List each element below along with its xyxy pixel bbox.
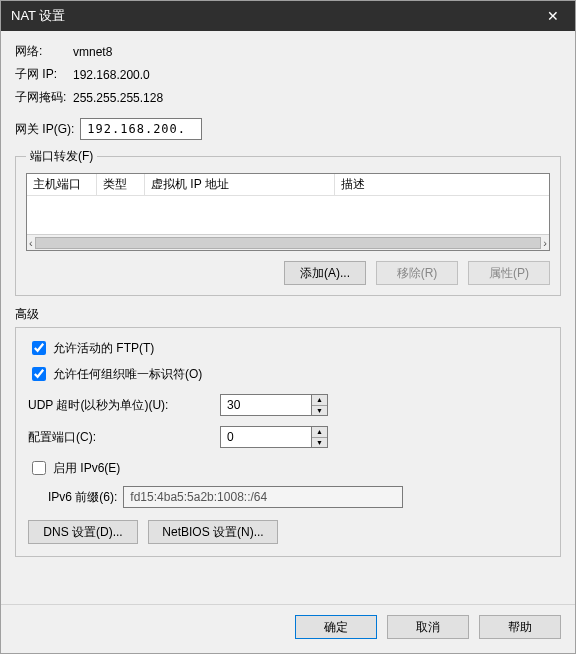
allow-ftp-row[interactable]: 允许活动的 FTP(T)	[28, 338, 548, 358]
scroll-right-icon[interactable]: ›	[543, 237, 547, 249]
config-port-spinner[interactable]: ▲ ▼	[220, 426, 328, 448]
enable-ipv6-row[interactable]: 启用 IPv6(E)	[28, 458, 548, 478]
col-type[interactable]: 类型	[97, 174, 145, 195]
enable-ipv6-label: 启用 IPv6(E)	[53, 460, 120, 477]
window-title: NAT 设置	[11, 7, 65, 25]
subnet-ip-label: 子网 IP:	[15, 66, 73, 83]
allow-oui-label: 允许任何组织唯一标识符(O)	[53, 366, 202, 383]
content-area: 网络: vmnet8 子网 IP: 192.168.200.0 子网掩码: 25…	[1, 31, 575, 604]
enable-ipv6-checkbox[interactable]	[32, 461, 46, 475]
subnet-ip-row: 子网 IP: 192.168.200.0	[15, 66, 561, 83]
ok-button[interactable]: 确定	[295, 615, 377, 639]
advanced-group: 允许活动的 FTP(T) 允许任何组织唯一标识符(O) UDP 超时(以秒为单位…	[15, 327, 561, 557]
subnet-mask-label: 子网掩码:	[15, 89, 73, 106]
subnet-mask-row: 子网掩码: 255.255.255.128	[15, 89, 561, 106]
network-row: 网络: vmnet8	[15, 43, 561, 60]
port-forward-group: 端口转发(F) 主机端口 类型 虚拟机 IP 地址 描述 ‹ › 添加(A)..…	[15, 148, 561, 296]
help-button[interactable]: 帮助	[479, 615, 561, 639]
udp-timeout-spinner[interactable]: ▲ ▼	[220, 394, 328, 416]
remove-button: 移除(R)	[376, 261, 458, 285]
ipv6-prefix-row: IPv6 前缀(6):	[48, 486, 548, 508]
col-desc[interactable]: 描述	[335, 174, 549, 195]
gateway-label: 网关 IP(G):	[15, 121, 74, 138]
allow-ftp-checkbox[interactable]	[32, 341, 46, 355]
nat-settings-dialog: NAT 设置 ✕ 网络: vmnet8 子网 IP: 192.168.200.0…	[0, 0, 576, 654]
advanced-label: 高级	[15, 306, 561, 323]
dialog-footer: 确定 取消 帮助	[1, 605, 575, 653]
horizontal-scrollbar[interactable]: ‹ ›	[27, 234, 549, 250]
config-port-row: 配置端口(C): ▲ ▼	[28, 426, 548, 448]
advanced-buttons: DNS 设置(D)... NetBIOS 设置(N)...	[28, 520, 548, 544]
netbios-settings-button[interactable]: NetBIOS 设置(N)...	[148, 520, 278, 544]
port-forward-table[interactable]: 主机端口 类型 虚拟机 IP 地址 描述 ‹ ›	[26, 173, 550, 251]
config-port-label: 配置端口(C):	[28, 429, 214, 446]
allow-oui-checkbox[interactable]	[32, 367, 46, 381]
network-label: 网络:	[15, 43, 73, 60]
spin-up-icon[interactable]: ▲	[312, 427, 327, 438]
ipv6-prefix-label: IPv6 前缀(6):	[48, 489, 117, 506]
titlebar: NAT 设置 ✕	[1, 1, 575, 31]
ipv6-prefix-input	[123, 486, 403, 508]
col-host-port[interactable]: 主机端口	[27, 174, 97, 195]
cancel-button[interactable]: 取消	[387, 615, 469, 639]
gateway-row: 网关 IP(G):	[15, 118, 561, 140]
port-forward-buttons: 添加(A)... 移除(R) 属性(P)	[26, 261, 550, 285]
port-forward-legend: 端口转发(F)	[26, 148, 97, 165]
scroll-left-icon[interactable]: ‹	[29, 237, 33, 249]
scroll-track[interactable]	[35, 237, 542, 249]
spin-down-icon[interactable]: ▼	[312, 406, 327, 416]
subnet-ip-value: 192.168.200.0	[73, 68, 150, 82]
udp-timeout-row: UDP 超时(以秒为单位)(U): ▲ ▼	[28, 394, 548, 416]
allow-oui-row[interactable]: 允许任何组织唯一标识符(O)	[28, 364, 548, 384]
udp-timeout-input[interactable]	[220, 394, 312, 416]
allow-ftp-label: 允许活动的 FTP(T)	[53, 340, 154, 357]
table-header: 主机端口 类型 虚拟机 IP 地址 描述	[27, 174, 549, 196]
spin-down-icon[interactable]: ▼	[312, 438, 327, 448]
add-button[interactable]: 添加(A)...	[284, 261, 366, 285]
config-port-input[interactable]	[220, 426, 312, 448]
properties-button: 属性(P)	[468, 261, 550, 285]
network-value: vmnet8	[73, 45, 112, 59]
close-icon[interactable]: ✕	[539, 8, 567, 24]
gateway-input[interactable]	[80, 118, 202, 140]
subnet-mask-value: 255.255.255.128	[73, 91, 163, 105]
spin-up-icon[interactable]: ▲	[312, 395, 327, 406]
udp-timeout-label: UDP 超时(以秒为单位)(U):	[28, 397, 214, 414]
col-vm-ip[interactable]: 虚拟机 IP 地址	[145, 174, 335, 195]
dns-settings-button[interactable]: DNS 设置(D)...	[28, 520, 138, 544]
